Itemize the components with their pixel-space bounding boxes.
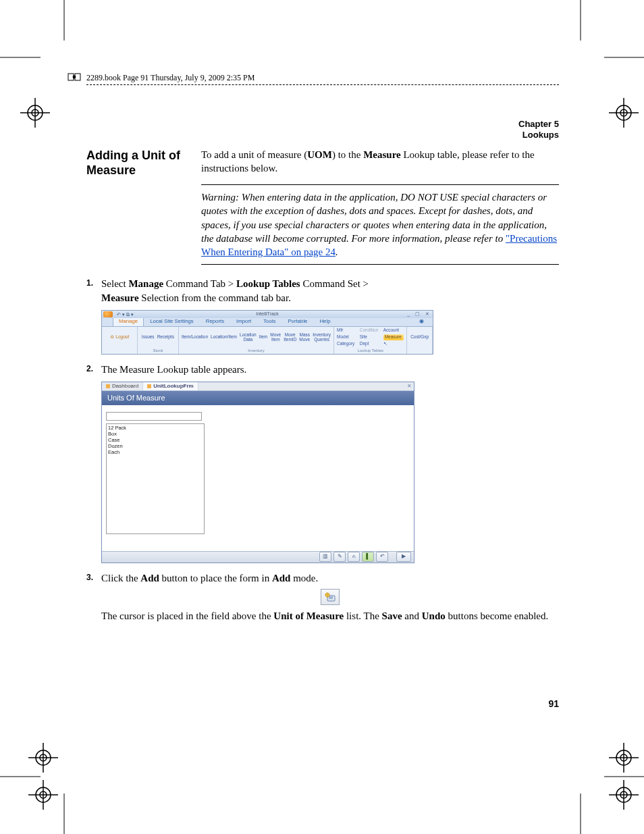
lookup-title: Units Of Measure	[102, 391, 414, 405]
list-item: Case	[108, 437, 203, 443]
registration-mark	[609, 98, 639, 128]
logout-button: Logout	[115, 334, 129, 339]
running-header: 2289.book Page 91 Thursday, July 9, 2009…	[86, 73, 559, 83]
toolbar-button: ⎌	[348, 552, 360, 562]
page-number: 91	[548, 698, 559, 709]
list-item: Dozen	[108, 443, 203, 449]
close-icon: ✕	[407, 383, 412, 390]
chapter-heading: Chapter 5 Lookups	[86, 119, 559, 141]
toolbar-button: ✎	[333, 552, 346, 562]
chapter-number: Chapter 5	[86, 119, 559, 130]
tab-help: Help	[313, 317, 336, 326]
registration-mark	[28, 743, 58, 773]
help-icon: ◉	[413, 317, 430, 326]
registration-mark	[609, 780, 639, 810]
form-icon	[147, 384, 151, 388]
list-item: Box	[108, 431, 203, 437]
group-label-stock: Stock	[140, 348, 176, 353]
chapter-title: Lookups	[86, 130, 559, 140]
registration-mark	[28, 780, 58, 810]
group-label-lookup: Lookup Tables	[337, 348, 404, 353]
uom-figure: Dashboard UnitLookupFrm ✕ Units Of Measu…	[101, 382, 414, 563]
add-icon	[325, 592, 336, 602]
step-3: 3. Click the Add button to place the for…	[86, 571, 559, 623]
toolbar-button: ↶	[376, 552, 388, 562]
group-label-inventory: Inventory	[182, 348, 331, 353]
tab-reports: Reports	[200, 317, 230, 326]
add-button-figure	[321, 589, 340, 605]
binding-icon	[68, 72, 82, 85]
receipts-button: Receipts	[157, 335, 174, 340]
uom-list: 12 Pack Box Case Dozen Each	[106, 423, 205, 534]
list-item: Each	[108, 449, 203, 455]
group-label	[105, 348, 134, 353]
registration-mark	[20, 98, 50, 128]
step-2: 2. The Measure Lookup table appears. Das…	[86, 363, 559, 563]
dashboard-icon	[106, 384, 110, 388]
warning-block: Warning: When entering data in the appli…	[201, 184, 559, 265]
header-divider	[86, 84, 559, 85]
cursor-icon: ↖	[383, 341, 404, 347]
tab-manage: Manage	[113, 317, 144, 326]
uom-input	[106, 412, 202, 421]
tab-dashboard: Dashboard	[102, 382, 143, 390]
tab-unit-lookup: UnitLookupFrm	[143, 382, 198, 390]
app-title: IntelliTrack	[102, 311, 433, 317]
toolbar-button: ▥	[319, 552, 331, 562]
toolbar-button: ▶	[396, 552, 411, 562]
intro-paragraph: To add a unit of measure (UOM) to the Me…	[201, 148, 559, 176]
registration-mark	[609, 743, 639, 773]
toolbar-button: ▌	[362, 552, 374, 562]
tab-tools: Tools	[257, 317, 281, 326]
section-heading: Adding a Unit of Measure	[86, 148, 201, 278]
list-item: 12 Pack	[108, 425, 203, 431]
issues-button: Issues	[142, 335, 155, 340]
step-1: 1. Select Manage Command Tab > Lookup Ta…	[86, 277, 559, 355]
svg-point-34	[73, 76, 76, 79]
ribbon-figure: ↶ ▾ ⧉ ▾ IntelliTrack _ ▢ ✕ Manage Local …	[101, 310, 433, 355]
tab-portable: Portable	[281, 317, 313, 326]
tab-import: Import	[230, 317, 257, 326]
window-controls-icon: _ ▢ ✕	[407, 311, 431, 317]
measure-selection: Measure	[383, 334, 404, 340]
tab-local-site-settings: Local Site Settings	[144, 317, 200, 326]
